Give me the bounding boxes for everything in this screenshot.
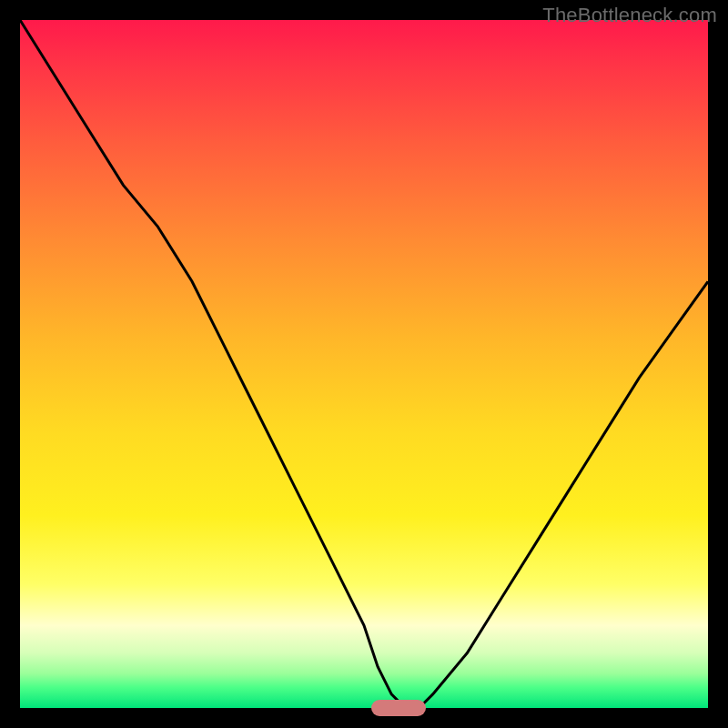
- bottleneck-curve: [20, 20, 708, 708]
- chart-overlay: [20, 20, 708, 708]
- chart-frame: TheBottleneck.com: [0, 0, 728, 728]
- optimal-range-marker: [371, 700, 426, 716]
- watermark-text: TheBottleneck.com: [542, 4, 717, 27]
